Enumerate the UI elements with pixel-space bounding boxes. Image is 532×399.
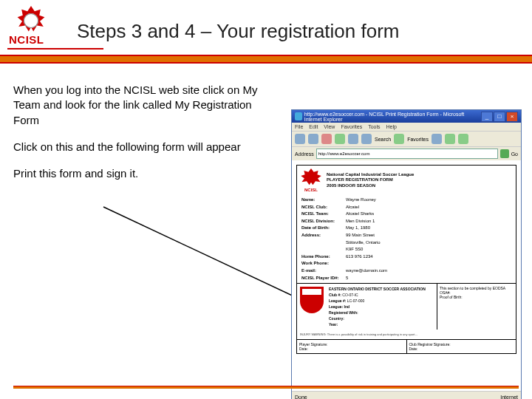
field-value: 613 976 1234 [346, 253, 373, 261]
footer-stripe [13, 386, 519, 389]
form-logo-text: NCISL [304, 188, 318, 192]
field-row: Home Phone:613 976 1234 [301, 253, 511, 261]
address-label: Address [295, 151, 314, 157]
menu-view[interactable]: View [324, 124, 335, 129]
eodsa-right-section: This section to be completed by EODSA OS… [437, 284, 516, 330]
field-row: NCISL Player ID#:5 [301, 275, 511, 282]
instruction-p2: Click on this and the following form wil… [13, 140, 279, 154]
header-stripe [0, 55, 532, 64]
mail-icon[interactable] [445, 134, 455, 144]
history-icon[interactable] [432, 134, 442, 144]
toolbar-search-label[interactable]: Search [375, 137, 391, 142]
season: 2005 INDOOR SEASON [327, 183, 414, 188]
date-label-1: Date: [299, 347, 404, 351]
ncisl-logo: NCISL [7, 6, 55, 50]
status-right: Internet [500, 395, 518, 400]
maximize-button[interactable]: □ [494, 112, 505, 122]
back-icon[interactable] [295, 134, 305, 144]
form-logo: NCISL [300, 168, 322, 192]
date-label-2: Date: [409, 347, 514, 351]
close-button[interactable]: × [506, 112, 518, 122]
field-value: wayne@domain.com [346, 267, 387, 275]
field-label: E-mail: [301, 267, 346, 275]
field-label: Address: [301, 232, 346, 253]
field-value: 99 Main Street Stittsville, Ontario K9F … [346, 232, 381, 253]
form-header: NCISL National Capital Industrial Soccer… [297, 166, 516, 195]
logo-underline [7, 48, 103, 50]
instruction-p3: Print this form and sign it. [13, 166, 279, 181]
field-row: NCISL Team:Alcatel Sharks [301, 211, 511, 218]
menu-file[interactable]: File [295, 124, 303, 129]
eodsa-title: EASTERN ONTARIO DISTRICT SOCCER ASSOCIAT… [329, 286, 434, 292]
eodsa-fields: EASTERN ONTARIO DISTRICT SOCCER ASSOCIAT… [327, 284, 437, 330]
menu-favorites[interactable]: Favorites [341, 124, 362, 129]
status-left: Done [295, 395, 307, 400]
minimize-button[interactable]: _ [481, 112, 493, 122]
field-row: Address:99 Main Street Stittsville, Onta… [301, 232, 511, 253]
eodsa-badge-icon [300, 287, 324, 313]
go-label[interactable]: Go [511, 151, 518, 157]
field-label: Work Phone: [301, 260, 346, 267]
field-value: Alcatel [346, 204, 359, 211]
search-icon[interactable] [361, 134, 372, 144]
player-fields: Name:Wayne RooneyNCISL Club:AlcatelNCISL… [297, 195, 516, 283]
player-signature-cell: Player Signature: Date: [297, 340, 407, 353]
toolbar-fav-label[interactable]: Favorites [407, 137, 429, 142]
window-title: http://www.e2esoccer.com - NCISL Print R… [304, 112, 481, 122]
field-value: 5 [346, 275, 348, 282]
field-row: NCISL Division:Men Division 1 [301, 218, 511, 225]
eodsa-field-row: League: Ind [329, 304, 434, 310]
field-row: NCISL Club:Alcatel [301, 204, 511, 211]
eodsa-right-title: This section to be completed by EODSA [440, 286, 514, 290]
print-icon[interactable] [458, 134, 468, 144]
soccer-ball-icon [24, 13, 38, 28]
slide-title: Steps 3 and 4 – Your registration form [77, 20, 400, 43]
injury-warning: INJURY WARNING: There is a possibility o… [297, 330, 516, 339]
window-titlebar: http://www.e2esoccer.com - NCISL Print R… [292, 110, 521, 123]
menu-tools[interactable]: Tools [368, 124, 380, 129]
org-name: National Capital Industrial Soccer Leagu… [327, 172, 414, 177]
slide-header: NCISL Steps 3 and 4 – Your registration … [0, 0, 532, 50]
address-input[interactable] [316, 149, 498, 159]
browser-content: NCISL National Capital Industrial Soccer… [292, 160, 521, 391]
field-value: Wayne Rooney [346, 197, 376, 204]
favorites-icon[interactable] [394, 134, 404, 144]
field-row: E-mail:wayne@domain.com [301, 267, 511, 275]
eodsa-section: EASTERN ONTARIO DISTRICT SOCCER ASSOCIAT… [297, 283, 516, 330]
field-row: Name:Wayne Rooney [301, 197, 511, 204]
status-bar: Done Internet [292, 391, 521, 399]
eodsa-field-row: Registered With: [329, 310, 434, 316]
field-label: Home Phone: [301, 253, 346, 261]
registration-form: NCISL National Capital Industrial Soccer… [296, 165, 516, 354]
stop-icon[interactable] [321, 134, 332, 144]
eodsa-field-row: Club #: CO-07-IC [329, 292, 434, 298]
ie-icon [295, 112, 302, 120]
go-button[interactable] [500, 149, 509, 158]
menu-help[interactable]: Help [386, 124, 397, 129]
refresh-icon[interactable] [335, 134, 345, 144]
menu-bar: File Edit View Favorites Tools Help [292, 123, 521, 131]
field-label: NCISL Division: [301, 218, 346, 225]
field-label: NCISL Player ID#: [301, 275, 346, 282]
field-label: Name: [301, 197, 346, 204]
home-icon[interactable] [348, 134, 358, 144]
signature-row: Player Signature: Date: Club Registrar S… [297, 339, 516, 353]
browser-window: http://www.e2esoccer.com - NCISL Print R… [291, 109, 522, 399]
form-name: PLAYER REGISTRATION FORM [327, 177, 414, 183]
maple-leaf-icon [300, 168, 322, 188]
field-row: Date of Birth:May 1, 1980 [301, 225, 511, 232]
forward-icon[interactable] [308, 134, 318, 144]
instruction-p1: When you log into the NCISL web site cli… [13, 83, 279, 128]
window-buttons: _ □ × [481, 112, 518, 122]
menu-edit[interactable]: Edit [309, 124, 318, 129]
logo-text: NCISL [9, 33, 44, 46]
toolbar: Search Favorites [292, 131, 521, 147]
form-title-block: National Capital Industrial Soccer Leagu… [327, 172, 414, 188]
field-label: NCISL Team: [301, 211, 346, 218]
address-bar: Address Go [292, 147, 521, 160]
instructions-text: When you log into the NCISL web site cli… [13, 83, 279, 193]
field-value: Alcatel Sharks [346, 211, 374, 218]
eodsa-field-row: Country: [329, 316, 434, 321]
eodsa-field-row: League #: LC-07-000 [329, 298, 434, 304]
field-value: Men Division 1 [346, 218, 375, 225]
